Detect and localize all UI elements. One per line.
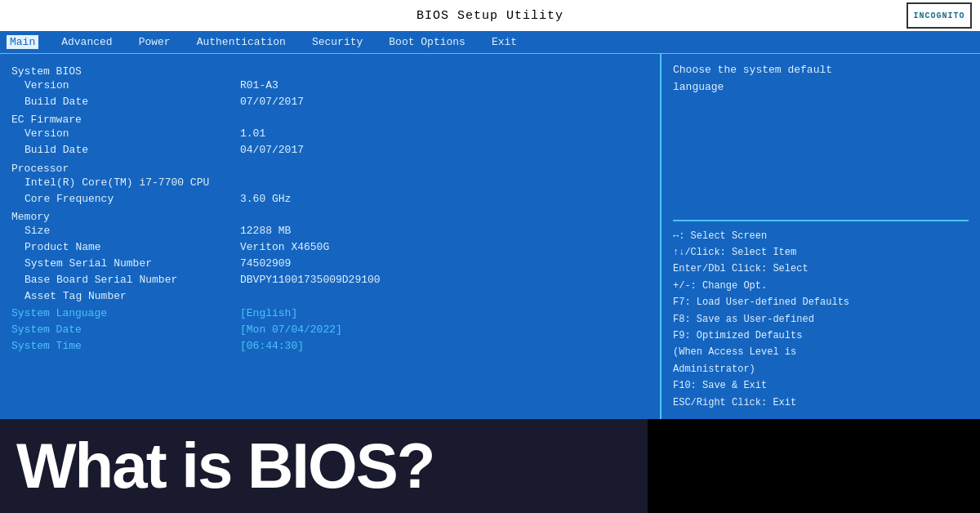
top-bar: BIOS Setup Utility INCOGNITO (0, 0, 980, 31)
asset-tag-label: Asset Tag Number (11, 288, 240, 305)
nav-exit[interactable]: Exit (488, 35, 520, 49)
nav-authentication[interactable]: Authentication (194, 35, 289, 49)
serial-number-label: System Serial Number (11, 256, 240, 272)
ec-build-date-label: Build Date (11, 142, 240, 158)
version-row: Version R01-A3 (11, 78, 648, 94)
bios-container: Main Advanced Power Authentication Secur… (0, 31, 980, 419)
content-area: System BIOS Version R01-A3 Build Date 07… (0, 54, 980, 419)
key-hint-esc: ESC/Right Click: Exit (673, 395, 969, 411)
asset-tag-row: Asset Tag Number (11, 288, 648, 305)
key-hint-change: +/-: Change Opt. (673, 278, 969, 294)
version-label: Version (11, 78, 240, 94)
base-board-value: DBVPY11001735009D29100 (240, 272, 381, 288)
memory-size-row: Size 12288 MB (11, 223, 648, 239)
key-hint-enter: Enter/Dbl Click: Select (673, 261, 969, 277)
help-text: Choose the system defaultlanguage (673, 62, 969, 221)
serial-number-value: 74502909 (240, 256, 291, 272)
serial-number-row: System Serial Number 74502909 (11, 256, 648, 272)
key-hint-f9: F9: Optimized Defaults (673, 328, 969, 344)
window-title: BIOS Setup Utility (416, 9, 564, 23)
logo-text: INCOGNITO (913, 11, 964, 20)
sys-language-value: [English] (240, 306, 297, 322)
sys-date-row[interactable]: System Date [Mon 07/04/2022] (11, 322, 648, 338)
core-freq-value: 3.60 GHz (240, 191, 291, 207)
processor-name-label: Intel(R) Core(TM) i7-7700 CPU (11, 175, 240, 191)
product-name-label: Product Name (11, 239, 240, 256)
version-value: R01-A3 (240, 78, 278, 94)
product-name-value: Veriton X4650G (240, 239, 329, 256)
core-freq-label: Core Frequency (11, 191, 240, 207)
key-hint-f9-note2: Administrator) (673, 361, 969, 377)
sys-language-label: System Language (11, 306, 240, 322)
key-hint-item: ↑↓/Click: Select Item (673, 244, 969, 261)
key-hint-screen: ↔: Select Screen (673, 228, 969, 244)
key-hint-f10: F10: Save & Exit (673, 377, 969, 394)
nav-boot-options[interactable]: Boot Options (385, 35, 469, 49)
nav-advanced[interactable]: Advanced (58, 35, 115, 49)
sys-date-label: System Date (11, 322, 240, 338)
ec-version-value: 1.01 (240, 126, 265, 142)
key-hint-f9-note1: (When Access Level is (673, 344, 969, 360)
ec-version-label: Version (11, 126, 240, 142)
build-date-label: Build Date (11, 94, 240, 110)
memory-header: Memory (11, 211, 648, 223)
ec-firmware-header: EC Firmware (11, 114, 648, 126)
left-panel: System BIOS Version R01-A3 Build Date 07… (0, 54, 662, 419)
nav-bar: Main Advanced Power Authentication Secur… (0, 31, 980, 54)
sys-date-value: [Mon 07/04/2022] (240, 322, 342, 338)
nav-security[interactable]: Security (309, 35, 366, 49)
ec-version-row: Version 1.01 (11, 126, 648, 142)
key-hints: ↔: Select Screen ↑↓/Click: Select Item E… (673, 228, 969, 411)
help-content: Choose the system defaultlanguage (673, 64, 832, 93)
key-hint-f8: F8: Save as User-defined (673, 311, 969, 328)
base-board-label: Base Board Serial Number (11, 272, 240, 288)
sys-time-value: [06:44:30] (240, 338, 304, 355)
nav-main[interactable]: Main (7, 35, 38, 49)
ec-build-date-value: 04/07/2017 (240, 142, 304, 158)
core-freq-row: Core Frequency 3.60 GHz (11, 191, 648, 207)
processor-header: Processor (11, 163, 648, 175)
sys-time-label: System Time (11, 338, 240, 355)
key-hint-f7: F7: Load User-defined Defaults (673, 294, 969, 310)
ec-build-date-row: Build Date 04/07/2017 (11, 142, 648, 158)
sys-time-row[interactable]: System Time [06:44:30] (11, 338, 648, 355)
build-date-row: Build Date 07/07/2017 (11, 94, 648, 110)
nav-power[interactable]: Power (136, 35, 174, 49)
system-bios-header: System BIOS (11, 65, 648, 78)
overlay-text: What is BIOS? (16, 429, 434, 503)
memory-size-label: Size (11, 223, 240, 239)
processor-name-row: Intel(R) Core(TM) i7-7700 CPU (11, 175, 648, 191)
bottom-overlay: What is BIOS? (0, 419, 648, 513)
memory-size-value: 12288 MB (240, 223, 291, 239)
product-name-row: Product Name Veriton X4650G (11, 239, 648, 256)
base-board-row: Base Board Serial Number DBVPY1100173500… (11, 272, 648, 288)
right-panel: Choose the system defaultlanguage ↔: Sel… (662, 54, 980, 419)
build-date-value: 07/07/2017 (240, 94, 304, 110)
logo-box: INCOGNITO (906, 2, 972, 29)
sys-language-row[interactable]: System Language [English] (11, 306, 648, 322)
